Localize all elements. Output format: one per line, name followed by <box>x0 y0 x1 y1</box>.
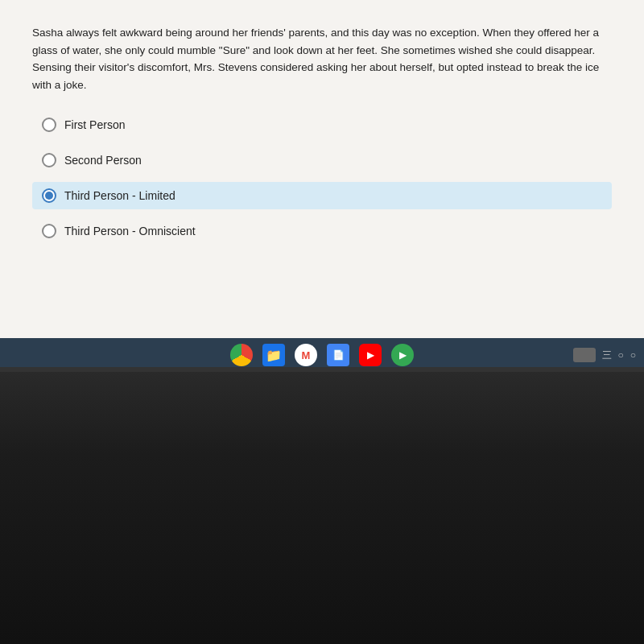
option-label-first-person: First Person <box>64 118 125 131</box>
radio-third-omniscient[interactable] <box>42 224 56 238</box>
option-label-second-person: Second Person <box>64 154 142 167</box>
docs-icon[interactable]: 📄 <box>327 344 349 366</box>
option-label-third-omniscient: Third Person - Omniscient <box>64 225 196 237</box>
option-second-person[interactable]: Second Person <box>32 147 612 174</box>
option-third-omniscient[interactable]: Third Person - Omniscient <box>32 217 612 245</box>
taskbar-right: 三 ○ ○ <box>573 348 637 362</box>
sound-icon: ○ <box>630 349 636 361</box>
option-third-limited[interactable]: Third Person - Limited <box>32 182 612 209</box>
radio-third-limited[interactable] <box>42 188 56 203</box>
files-icon[interactable]: 📁 <box>262 344 285 366</box>
wifi-icon: 三 <box>602 349 612 362</box>
play-icon[interactable]: ▶ <box>391 344 414 366</box>
battery-icon: ○ <box>618 349 624 361</box>
radio-first-person[interactable] <box>42 118 56 132</box>
option-label-third-limited: Third Person - Limited <box>64 189 175 202</box>
radio-dot <box>45 192 53 200</box>
radio-second-person[interactable] <box>42 153 56 167</box>
content-area: Sasha always felt awkward being around h… <box>0 0 644 370</box>
chrome-icon[interactable] <box>230 344 253 366</box>
laptop-screen: Sasha always felt awkward being around h… <box>0 0 644 370</box>
taskbar: 📁 M 📄 ▶ ▶ 三 ○ ○ <box>0 338 644 372</box>
option-first-person[interactable]: First Person <box>32 111 612 138</box>
laptop-body: hp ↺ ⬜ ⬜▐ ○ ◎ ◁ 🔊 $ % ^ & * ( ) - 4 5 <box>0 372 644 644</box>
youtube-icon[interactable]: ▶ <box>359 344 382 366</box>
options-list: First Person Second Person Third Person … <box>32 111 612 245</box>
status-icon <box>573 348 596 362</box>
gmail-icon[interactable]: M <box>295 344 317 366</box>
passage-text: Sasha always felt awkward being around h… <box>32 24 612 93</box>
